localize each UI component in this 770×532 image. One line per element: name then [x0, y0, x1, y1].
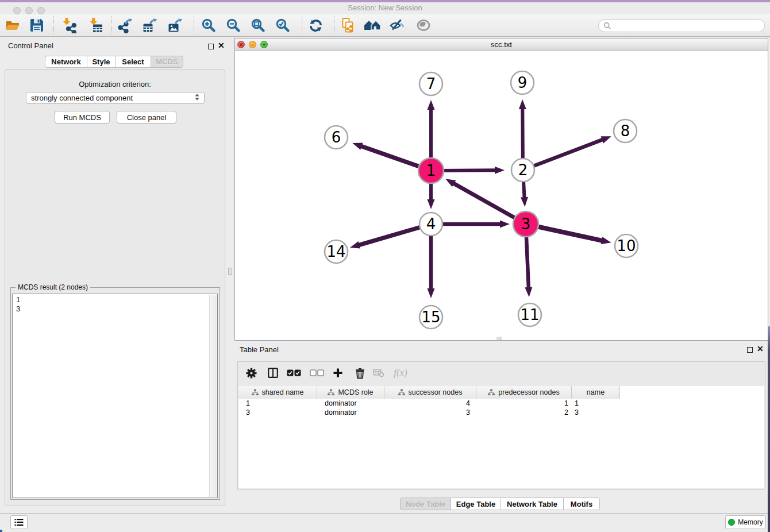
graph-node-9[interactable]: 9: [511, 71, 534, 94]
splitter-grip-horizontal[interactable]: [496, 337, 502, 340]
delete-icon[interactable]: [350, 363, 369, 383]
add-icon[interactable]: [328, 363, 348, 383]
graph-node-1[interactable]: 1: [418, 158, 444, 183]
table-tab-edge-table[interactable]: Edge Table: [451, 498, 501, 510]
function-builder-icon[interactable]: f(x): [391, 363, 410, 383]
duplicate-network-icon[interactable]: [338, 17, 357, 34]
memory-status-icon: [728, 519, 735, 526]
graph-edge-arrow: [525, 287, 532, 297]
toolbar-separator: [111, 16, 111, 34]
table-tab-node-table[interactable]: Node Table: [400, 498, 451, 510]
control-panel-float-icon[interactable]: [208, 44, 214, 49]
control-panel-tabs: NetworkStyleSelectMCDS: [45, 56, 183, 68]
delete-table-icon[interactable]: [369, 363, 388, 383]
export-network-icon[interactable]: [116, 17, 134, 34]
export-image-icon[interactable]: [166, 17, 184, 34]
zoom-selected-icon[interactable]: [274, 17, 292, 34]
table-row[interactable]: 1dominator411: [238, 399, 764, 408]
zoom-in-icon[interactable]: [199, 17, 218, 34]
refresh-icon[interactable]: [306, 17, 325, 34]
graph-edge-arrow: [495, 167, 505, 174]
column-header-name[interactable]: name: [572, 386, 620, 399]
close-panel-button[interactable]: Close panel: [117, 111, 176, 124]
table-cell: dominator: [317, 399, 384, 408]
table-cell: 2: [476, 408, 572, 417]
export-table-icon[interactable]: [141, 17, 159, 34]
table-cell: 3: [572, 408, 620, 417]
control-panel-tab-style[interactable]: Style: [87, 56, 116, 68]
memory-button[interactable]: Memory: [725, 515, 766, 529]
graph-node-7[interactable]: 7: [419, 72, 442, 95]
table-row[interactable]: 3dominator323: [238, 408, 764, 417]
control-panel-title: Control Panel: [8, 41, 53, 50]
mcds-result-line: 1: [16, 295, 214, 304]
column-visibility-icon[interactable]: [263, 363, 283, 383]
toolbar-separator: [53, 16, 54, 34]
splitter-grip-vertical[interactable]: [228, 268, 232, 275]
run-mcds-button[interactable]: Run MCDS: [55, 111, 110, 124]
graph-node-6[interactable]: 6: [325, 126, 348, 149]
graph-node-10[interactable]: 10: [615, 234, 638, 257]
svg-text:15: 15: [421, 309, 440, 326]
save-session-icon[interactable]: [28, 17, 46, 34]
table-cell: 1: [476, 399, 572, 408]
graph-node-11[interactable]: 11: [518, 303, 541, 326]
graph-edge-arrow: [352, 142, 363, 149]
optimization-criterion-select[interactable]: strongly connected component: [26, 92, 205, 104]
node-table-container: f(x) shared nameMCDS rolesuccessor nodes…: [237, 361, 765, 489]
network-view-window: scc.txt ✕ − + 7968124314101511: [234, 38, 768, 341]
deselect-all-icon[interactable]: [307, 363, 326, 383]
table-tab-motifs[interactable]: Motifs: [563, 498, 600, 510]
control-panel-close-icon[interactable]: ✕: [218, 41, 225, 50]
svg-text:10: 10: [617, 237, 636, 255]
control-panel-tab-mcds[interactable]: MCDS: [151, 56, 183, 68]
table-panel-title: Table Panel: [240, 345, 279, 354]
network-maximize-button[interactable]: +: [260, 41, 268, 48]
graph-node-14[interactable]: 14: [325, 240, 348, 263]
zoom-fit-icon[interactable]: [249, 17, 267, 34]
svg-text:8: 8: [621, 122, 630, 140]
graph-edge-arrow: [428, 199, 435, 209]
network-canvas[interactable]: 7968124314101511: [235, 51, 768, 340]
open-file-icon[interactable]: [3, 17, 22, 34]
table-settings-icon[interactable]: [241, 363, 261, 383]
import-table-icon[interactable]: [86, 17, 105, 34]
graph-edge-arrow: [601, 237, 611, 244]
column-header-shared-name[interactable]: shared name: [238, 386, 317, 399]
hide-vizmapper-icon[interactable]: [388, 17, 406, 34]
table-panel-close-icon[interactable]: ✕: [757, 344, 764, 353]
svg-text:9: 9: [518, 74, 528, 91]
desktop-corner: [0, 530, 2, 532]
zoom-out-icon[interactable]: [224, 17, 242, 34]
list-icon: [14, 518, 24, 526]
graph-edge-arrow: [428, 100, 435, 110]
graph-node-3[interactable]: 3: [513, 211, 538, 237]
table-panel-float-icon[interactable]: [747, 347, 753, 353]
column-header-successor-nodes[interactable]: successor nodes: [384, 386, 476, 399]
table-tab-network-table[interactable]: Network Table: [500, 498, 564, 510]
graph-node-2[interactable]: 2: [511, 159, 534, 182]
svg-text:3: 3: [521, 215, 531, 233]
svg-text:14: 14: [326, 243, 345, 260]
table-cell: 4: [384, 399, 476, 408]
graph-edge-2-8[interactable]: [523, 140, 603, 170]
column-header-MCDS-role[interactable]: MCDS role: [317, 386, 384, 399]
column-header-predecessor-nodes[interactable]: predecessor nodes: [476, 386, 572, 399]
task-history-button[interactable]: [10, 515, 28, 529]
toolbar-separator: [194, 16, 194, 34]
import-network-icon[interactable]: [60, 17, 78, 34]
result-scrollbar[interactable]: [209, 295, 217, 497]
home-layout-icon[interactable]: [363, 17, 382, 34]
mcds-result-textarea[interactable]: 13: [12, 294, 218, 498]
graph-node-8[interactable]: 8: [614, 119, 637, 142]
select-all-icon[interactable]: [284, 363, 303, 383]
graph-edge-arrow: [519, 99, 526, 109]
network-close-button[interactable]: ✕: [237, 41, 245, 48]
search-input[interactable]: [598, 19, 765, 32]
network-minimize-button[interactable]: −: [249, 41, 256, 48]
control-panel-tab-select[interactable]: Select: [115, 56, 151, 68]
graph-node-4[interactable]: 4: [419, 213, 442, 236]
graphics-details-icon[interactable]: [414, 17, 433, 34]
control-panel-tab-network[interactable]: Network: [45, 56, 87, 68]
graph-node-15[interactable]: 15: [419, 306, 442, 329]
